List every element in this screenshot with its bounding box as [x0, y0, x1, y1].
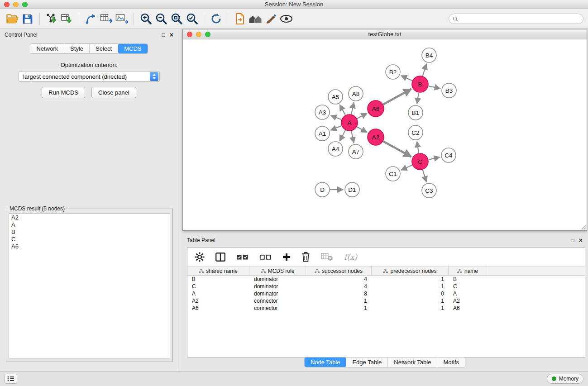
graph-node-B3[interactable]: B3 — [442, 83, 456, 98]
graph-edge-A-A3[interactable] — [331, 115, 342, 119]
graph-node-D[interactable]: D — [315, 182, 330, 197]
mcds-result-item[interactable]: A6 — [11, 243, 167, 250]
mcds-result-item[interactable]: A2 — [11, 214, 167, 221]
column-header-predecessor-nodes[interactable]: predecessor nodes — [372, 267, 449, 275]
minimize-network-window-button[interactable] — [196, 32, 201, 37]
run-mcds-button[interactable]: Run MCDS — [42, 87, 85, 98]
tab-node-table[interactable]: Node Table — [305, 357, 347, 367]
show-graphics-details-button[interactable] — [278, 11, 294, 27]
graph-edge-A2-C[interactable] — [383, 141, 411, 157]
select-all-columns-button[interactable] — [236, 254, 249, 260]
export-network-button[interactable] — [83, 11, 99, 27]
graph-edge-B-B3[interactable] — [429, 86, 440, 89]
maximize-window-button[interactable] — [22, 2, 28, 7]
zoom-fit-selected-button[interactable] — [184, 11, 200, 27]
close-window-button[interactable] — [4, 2, 10, 7]
network-window-titlebar[interactable]: testGlobe.txt — [183, 29, 587, 39]
graph-edge-C-C3[interactable] — [423, 170, 426, 182]
graph-edge-A-A8[interactable] — [351, 103, 354, 114]
network-canvas[interactable]: ABCA2A6A1A3A4A5A7A8B1B2B3B4C1C2C3C4DD1 — [183, 39, 587, 230]
graph-node-C1[interactable]: C1 — [386, 167, 400, 181]
graph-node-B2[interactable]: B2 — [386, 65, 400, 79]
show-columns-button[interactable] — [215, 253, 225, 262]
memory-button[interactable]: Memory — [547, 374, 583, 384]
graph-node-C[interactable]: C — [412, 153, 428, 170]
table-settings-button[interactable] — [195, 252, 205, 262]
tab-network-table[interactable]: Network Table — [388, 357, 437, 367]
graph-node-B4[interactable]: B4 — [422, 48, 436, 62]
delete-table-button[interactable] — [321, 253, 333, 261]
table-row[interactable]: Adominator80A — [187, 290, 585, 297]
maximize-network-window-button[interactable] — [205, 32, 210, 37]
graph-node-A1[interactable]: A1 — [315, 126, 330, 141]
table-row[interactable]: A6connector11A6 — [187, 305, 585, 312]
graph-edge-B-B1[interactable] — [417, 93, 419, 104]
graph-node-A7[interactable]: A7 — [349, 144, 363, 159]
close-network-window-button[interactable] — [187, 32, 192, 37]
graph-node-A6[interactable]: A6 — [368, 100, 384, 117]
apply-style-button[interactable] — [263, 11, 278, 27]
graph-node-A4[interactable]: A4 — [328, 142, 343, 156]
graph-edge-A-A5[interactable] — [340, 105, 345, 115]
graph-node-C4[interactable]: C4 — [441, 148, 456, 162]
zoom-in-button[interactable] — [138, 11, 153, 27]
resize-grip-icon[interactable] — [580, 224, 586, 230]
graph-edge-C-C1[interactable] — [401, 165, 412, 170]
graph-edge-B-B4[interactable] — [423, 64, 426, 76]
graph-node-A[interactable]: A — [341, 114, 358, 131]
graph-node-C3[interactable]: C3 — [422, 183, 436, 198]
graph-edge-A-A1[interactable] — [331, 126, 342, 130]
minimize-window-button[interactable] — [13, 2, 19, 7]
graph-edge-C-C2[interactable] — [417, 142, 419, 153]
table-row[interactable]: Cdominator41C — [187, 283, 585, 290]
mcds-result-item[interactable]: B — [11, 229, 167, 236]
graph-node-B[interactable]: B — [412, 76, 428, 92]
graph-node-A8[interactable]: A8 — [349, 86, 363, 101]
session-snapshot-button[interactable] — [232, 11, 248, 27]
graph-edge-C-C4[interactable] — [429, 157, 440, 160]
unselect-all-columns-button[interactable] — [259, 254, 272, 260]
zoom-out-button[interactable] — [153, 11, 169, 27]
tab-motifs[interactable]: Motifs — [437, 357, 465, 367]
save-session-button[interactable] — [20, 11, 35, 27]
tab-mcds[interactable]: MCDS — [118, 44, 147, 53]
graph-node-A2[interactable]: A2 — [368, 129, 384, 145]
import-table-from-file-button[interactable] — [59, 11, 75, 27]
open-session-button[interactable] — [5, 11, 20, 27]
export-table-button[interactable] — [99, 11, 114, 27]
network-graph[interactable]: ABCA2A6A1A3A4A5A7A8B1B2B3B4C1C2C3C4DD1 — [183, 39, 587, 230]
column-header-MCDS-role[interactable]: MCDS role — [249, 267, 306, 275]
mcds-result-list[interactable]: A2ABCA6 — [9, 213, 170, 358]
search-box[interactable] — [449, 14, 583, 24]
close-table-panel-icon[interactable]: × — [579, 238, 583, 243]
refresh-layout-button[interactable] — [208, 11, 224, 27]
table-row[interactable]: Bdominator41B — [187, 276, 585, 283]
graph-edge-A-A4[interactable] — [339, 130, 345, 141]
tab-select[interactable]: Select — [90, 44, 118, 53]
float-panel-icon[interactable]: □ — [162, 32, 165, 38]
zoom-actual-size-button[interactable] — [169, 11, 184, 27]
close-panel-button[interactable]: Close panel — [91, 87, 136, 98]
export-image-button[interactable] — [114, 11, 129, 27]
graph-edge-B-B2[interactable] — [401, 76, 412, 81]
graph-edge-A-A7[interactable] — [351, 131, 354, 143]
tab-edge-table[interactable]: Edge Table — [346, 357, 388, 367]
graph-node-C2[interactable]: C2 — [408, 125, 423, 140]
graph-edge-A-A2[interactable] — [357, 127, 367, 132]
graph-node-D1[interactable]: D1 — [345, 182, 359, 197]
column-header-successor-nodes[interactable]: successor nodes — [306, 267, 372, 275]
column-header-shared-name[interactable]: shared name — [187, 267, 249, 275]
graph-node-A5[interactable]: A5 — [328, 90, 343, 104]
search-input[interactable] — [460, 16, 579, 22]
create-column-button[interactable] — [282, 253, 291, 261]
column-header-name[interactable]: name — [449, 267, 487, 275]
import-network-from-file-button[interactable] — [44, 11, 59, 27]
graph-node-B1[interactable]: B1 — [408, 105, 423, 120]
tab-style[interactable]: Style — [64, 44, 90, 53]
mcds-result-item[interactable]: C — [11, 236, 167, 243]
criterion-dropdown[interactable]: largest connected component (directed) — [19, 71, 160, 82]
graph-node-A3[interactable]: A3 — [315, 105, 330, 119]
delete-column-button[interactable] — [301, 252, 310, 262]
graph-edge-A6-B[interactable] — [383, 89, 411, 105]
tab-network[interactable]: Network — [30, 44, 64, 53]
